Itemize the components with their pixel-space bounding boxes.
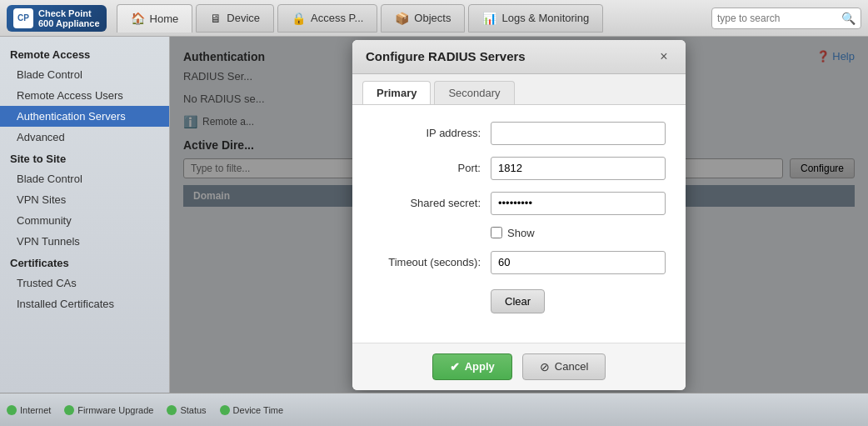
modal-tab-primary[interactable]: Primary bbox=[362, 81, 431, 104]
modal-tabs: Primary Secondary bbox=[352, 74, 686, 105]
logo-line1: Check Point bbox=[38, 8, 100, 18]
modal-body: IP address: Port: Shared secret: Show bbox=[352, 105, 686, 343]
show-checkbox[interactable] bbox=[491, 227, 502, 238]
cancel-label: Cancel bbox=[555, 360, 588, 373]
modal-title: Configure RADIUS Servers bbox=[366, 49, 526, 63]
status-label: Status bbox=[180, 405, 206, 415]
apply-icon: ✔ bbox=[450, 360, 460, 373]
sidebar-item-vpn-tunnels[interactable]: VPN Tunnels bbox=[0, 231, 169, 252]
ip-address-input[interactable] bbox=[491, 122, 666, 145]
port-label: Port: bbox=[372, 162, 481, 174]
logo-line2: 600 Appliance bbox=[38, 18, 100, 28]
form-row-ip: IP address: bbox=[372, 122, 666, 145]
port-input[interactable] bbox=[491, 157, 666, 180]
timeout-label: Timeout (seconds): bbox=[372, 256, 481, 268]
logo-icon: CP bbox=[13, 8, 33, 28]
content-area: ❓ Help Authentication RADIUS Ser... No R… bbox=[170, 37, 868, 393]
sidebar: Remote Access Blade Control Remote Acces… bbox=[0, 37, 170, 393]
form-row-secret: Shared secret: bbox=[372, 192, 666, 215]
sidebar-item-remote-access-users[interactable]: Remote Access Users bbox=[0, 85, 169, 106]
tab-objects[interactable]: 📦 Objects bbox=[381, 4, 465, 33]
sidebar-item-authentication-servers[interactable]: Authentication Servers bbox=[0, 106, 169, 127]
ip-label: IP address: bbox=[372, 127, 481, 139]
main-layout: Remote Access Blade Control Remote Acces… bbox=[0, 37, 868, 393]
device-time-label: Device Time bbox=[233, 405, 284, 415]
status-firmware: Firmware Upgrade bbox=[64, 405, 153, 415]
modal-close-button[interactable]: × bbox=[656, 48, 672, 65]
home-icon: 🏠 bbox=[131, 12, 145, 25]
modal-overlay: Configure RADIUS Servers × Primary Secon… bbox=[170, 37, 868, 393]
logo: CP Check Point 600 Appliance bbox=[7, 5, 107, 32]
search-area[interactable]: 🔍 bbox=[711, 8, 861, 29]
device-time-status-dot bbox=[220, 405, 230, 415]
search-icon: 🔍 bbox=[841, 12, 856, 25]
show-row: Show bbox=[491, 227, 666, 239]
clear-button[interactable]: Clear bbox=[491, 289, 545, 313]
modal-header: Configure RADIUS Servers × bbox=[352, 40, 686, 74]
tab-logs-label: Logs & Monitoring bbox=[501, 12, 589, 24]
status-status-dot bbox=[167, 405, 177, 415]
modal-footer: ✔ Apply ⊘ Cancel bbox=[352, 343, 686, 390]
tab-home[interactable]: 🏠 Home bbox=[117, 4, 193, 33]
internet-status-dot bbox=[7, 405, 17, 415]
configure-radius-modal: Configure RADIUS Servers × Primary Secon… bbox=[352, 40, 686, 390]
sidebar-item-installed-certificates[interactable]: Installed Certificates bbox=[0, 293, 169, 314]
apply-button[interactable]: ✔ Apply bbox=[432, 353, 512, 380]
tab-access[interactable]: 🔒 Access P... bbox=[277, 4, 377, 33]
tab-device[interactable]: 🖥 Device bbox=[196, 4, 274, 33]
tab-access-label: Access P... bbox=[311, 12, 363, 24]
search-input[interactable] bbox=[717, 13, 841, 24]
sidebar-header-site-to-site: Site to Site bbox=[0, 148, 169, 168]
sidebar-item-trusted-cas[interactable]: Trusted CAs bbox=[0, 273, 169, 293]
objects-icon: 📦 bbox=[395, 12, 409, 25]
access-icon: 🔒 bbox=[292, 12, 306, 25]
sidebar-item-vpn-sites[interactable]: VPN Sites bbox=[0, 189, 169, 210]
status-bar: Internet Firmware Upgrade Status Device … bbox=[0, 393, 868, 426]
tab-objects-label: Objects bbox=[414, 12, 451, 24]
firmware-label: Firmware Upgrade bbox=[77, 405, 153, 415]
shared-secret-input[interactable] bbox=[491, 192, 666, 215]
timeout-input[interactable] bbox=[491, 251, 666, 274]
sidebar-item-blade-control-ra[interactable]: Blade Control bbox=[0, 64, 169, 85]
status-status: Status bbox=[167, 405, 206, 415]
sidebar-header-certificates: Certificates bbox=[0, 252, 169, 273]
internet-label: Internet bbox=[20, 405, 51, 415]
apply-label: Apply bbox=[465, 360, 495, 373]
cancel-button[interactable]: ⊘ Cancel bbox=[522, 353, 606, 380]
status-device-time: Device Time bbox=[220, 405, 284, 415]
form-row-timeout: Timeout (seconds): bbox=[372, 251, 666, 274]
tab-home-label: Home bbox=[150, 13, 179, 25]
logs-icon: 📊 bbox=[482, 12, 496, 25]
form-row-port: Port: bbox=[372, 157, 666, 180]
device-icon: 🖥 bbox=[210, 12, 222, 25]
top-bar: CP Check Point 600 Appliance 🏠 Home 🖥 De… bbox=[0, 0, 868, 37]
logo-text: Check Point 600 Appliance bbox=[38, 8, 100, 28]
secret-label: Shared secret: bbox=[372, 197, 481, 209]
modal-tab-secondary[interactable]: Secondary bbox=[434, 81, 514, 104]
sidebar-item-advanced[interactable]: Advanced bbox=[0, 127, 169, 148]
status-internet: Internet bbox=[7, 405, 51, 415]
sidebar-item-blade-control-s2s[interactable]: Blade Control bbox=[0, 168, 169, 189]
show-label: Show bbox=[507, 227, 535, 239]
firmware-status-dot bbox=[64, 405, 74, 415]
tab-logs[interactable]: 📊 Logs & Monitoring bbox=[468, 4, 603, 33]
tab-device-label: Device bbox=[227, 12, 260, 24]
sidebar-header-remote-access: Remote Access bbox=[0, 43, 169, 64]
sidebar-item-community[interactable]: Community bbox=[0, 210, 169, 231]
cancel-icon: ⊘ bbox=[540, 360, 550, 373]
